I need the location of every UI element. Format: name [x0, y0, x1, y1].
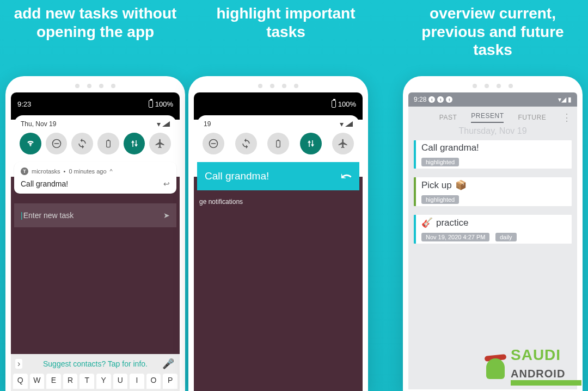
keyboard-suggestion-bar[interactable]: › Suggest contacts? Tap for info. 🎤 [11, 354, 180, 374]
svg-rect-6 [277, 141, 280, 147]
task-badge-highlighted: highlighted [421, 195, 459, 204]
key-o[interactable]: O [146, 374, 161, 389]
new-task-placeholder: Enter new task [23, 211, 74, 220]
task-badge-datetime: Nov 19, 2020 4:27 PM [421, 233, 489, 241]
keyboard-row[interactable]: Q W E R T Y U I O P [11, 374, 180, 391]
phone-frame-3: 9:28 t t t ▾◢ ▮ PAST PRESENT FUTURE ⋮ Th… [403, 76, 583, 391]
dnd-toggle[interactable] [203, 133, 224, 154]
key-t[interactable]: T [79, 374, 94, 389]
battery-pct: 100% [155, 100, 173, 108]
qs-date: Thu, Nov 19 [21, 120, 56, 128]
svg-rect-3 [108, 140, 109, 141]
wifi-toggle[interactable] [20, 133, 41, 154]
notif-time: 0 minutes ago [69, 168, 106, 175]
key-r[interactable]: R [63, 374, 78, 389]
tab-past[interactable]: PAST [439, 114, 457, 121]
battery-pct: 100% [338, 100, 356, 108]
status-time: 9:23 [17, 100, 31, 108]
task-item[interactable]: Pick up📦 highlighted [414, 177, 572, 206]
battery-saver-toggle[interactable] [267, 133, 289, 154]
status-notif-icon: t [437, 96, 444, 103]
notif-app-name: microtasks [32, 168, 60, 175]
task-badge-highlighted: highlighted [421, 158, 459, 166]
quick-settings-card: 19 ▾ [197, 115, 359, 160]
tab-present[interactable]: PRESENT [471, 112, 504, 123]
status-notif-icon: t [446, 96, 452, 103]
notification-card[interactable]: T microtasks • 0 minutes ago ^ Call gran… [14, 162, 176, 194]
wifi-small-icon: ▾ [340, 120, 344, 128]
key-e[interactable]: E [46, 374, 61, 389]
key-q[interactable]: Q [13, 374, 28, 389]
notif-app-icon: T [21, 167, 28, 175]
signal-icon [345, 121, 353, 127]
task-badge-recurrence: daily [495, 233, 517, 241]
highlighted-task-title: Call grandma! [205, 170, 269, 182]
airplane-toggle[interactable] [149, 133, 171, 154]
kb-suggestion-text: Suggest contacts? Tap for info. [43, 359, 148, 368]
notification-shade-body [194, 177, 363, 391]
battery-icon [332, 100, 336, 108]
headline-2: highlight important tasks [191, 0, 381, 76]
wifi-small-icon: ▾ [157, 120, 161, 128]
rotate-toggle[interactable] [235, 133, 257, 154]
task-title: Call grandma! [421, 142, 572, 153]
new-task-input[interactable]: |Enter new task ➤ [14, 203, 176, 227]
battery-icon [149, 100, 153, 108]
key-u[interactable]: U [113, 374, 128, 389]
task-item[interactable]: Call grandma! highlighted [414, 140, 572, 169]
headline-1: add new tasks without opening the app [0, 0, 191, 76]
package-icon: 📦 [455, 179, 467, 191]
android-mascot-icon [483, 353, 507, 379]
logo-line-1: SAUDI [511, 346, 561, 363]
data-toggle[interactable] [124, 133, 145, 154]
dnd-toggle[interactable] [46, 133, 68, 154]
phone-speaker [408, 84, 577, 88]
phone-speaker [194, 84, 363, 88]
undo-icon[interactable]: ⤺ [341, 169, 352, 184]
key-y[interactable]: Y [96, 374, 111, 389]
highlighted-task-banner[interactable]: Call grandma! ⤺ [197, 162, 359, 190]
notif-body-text: Call grandma! [21, 179, 68, 188]
battery-saver-toggle[interactable] [97, 133, 119, 154]
task-title: Pick up [421, 180, 452, 191]
tab-future[interactable]: FUTURE [518, 114, 546, 121]
status-bar-light: 9:28 t t t ▾◢ ▮ [408, 92, 577, 107]
watermark-logo: SAUDI ANDROID [483, 346, 581, 386]
kb-expand-icon[interactable]: › [15, 359, 22, 369]
key-i[interactable]: I [130, 374, 144, 389]
signal-icon [162, 121, 170, 127]
data-toggle[interactable] [300, 133, 322, 154]
phone-frame-1: 9:23 100% Thu, Nov 19 ▾ [5, 76, 185, 391]
status-notif-icon: t [428, 96, 435, 103]
reply-icon[interactable]: ↩ [163, 179, 170, 188]
rotate-toggle[interactable] [71, 133, 93, 154]
notif-expand-caret[interactable]: ^ [110, 168, 113, 175]
manage-notifications-fragment[interactable]: ge notifications [194, 193, 363, 206]
status-right-icons: ▾◢ ▮ [558, 96, 572, 103]
current-date-heading: Thursday, Nov 19 [408, 126, 577, 140]
qs-date-fragment: 19 [204, 120, 211, 128]
airplane-toggle[interactable] [332, 133, 354, 154]
tabs-row: PAST PRESENT FUTURE ⋮ [408, 107, 577, 126]
task-item[interactable]: 🎸practice Nov 19, 2020 4:27 PM daily [414, 215, 572, 244]
key-w[interactable]: W [30, 374, 45, 389]
status-time: 9:28 [414, 96, 426, 103]
quick-settings-card: Thu, Nov 19 ▾ [14, 115, 176, 160]
send-icon[interactable]: ➤ [163, 211, 170, 220]
key-p[interactable]: P [163, 374, 177, 389]
phone-frame-2: 100% 19 ▾ Call grandma! ⤺ [188, 76, 368, 391]
guitar-icon: 🎸 [421, 217, 433, 228]
phone-speaker [11, 84, 180, 88]
mic-icon[interactable]: 🎤 [162, 358, 174, 370]
more-menu-icon[interactable]: ⋮ [562, 111, 572, 123]
logo-underline [511, 380, 581, 386]
svg-rect-7 [278, 140, 279, 141]
task-title: practice [436, 218, 469, 228]
logo-line-2: ANDROID [511, 368, 565, 380]
headline-3: overview current, previous and future ta… [397, 0, 588, 76]
